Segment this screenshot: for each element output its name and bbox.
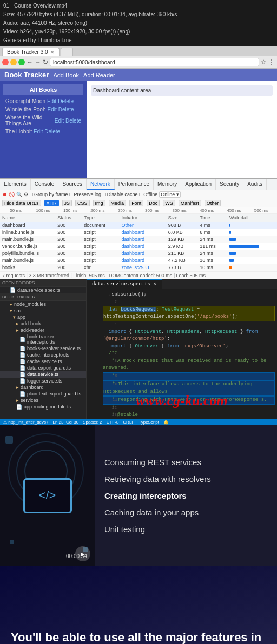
course-section: </> 00:00:54 ▶ Consuming REST services R…	[0, 425, 277, 566]
group-by-frame[interactable]: □ Group by frame	[30, 192, 68, 197]
filter-icon[interactable]: ⚙	[24, 192, 28, 197]
dt-tab-security[interactable]: Security	[216, 179, 243, 190]
book-edit[interactable]: Edit	[47, 106, 56, 112]
topic-consuming-rest[interactable]: Consuming REST services	[104, 458, 267, 467]
table-row[interactable]: main.bundle.js 200 script dashboard 47.2…	[0, 257, 277, 264]
throttle-select[interactable]: Online ▾	[159, 191, 181, 198]
vs-file-plain-text[interactable]: 📄 plain-text-export-guard.ts	[0, 391, 86, 397]
vs-folder-add-reader[interactable]: ▸ add-reader	[0, 327, 86, 333]
filter-js[interactable]: JS	[62, 200, 72, 206]
filter-media[interactable]: Media	[109, 200, 127, 206]
col-type[interactable]: Type	[82, 214, 119, 222]
search-icon[interactable]: 🔍	[16, 192, 22, 197]
filter-hide-data[interactable]: Hide data URLs	[2, 200, 41, 206]
filter-img[interactable]: Img	[93, 200, 105, 206]
cell-type: document	[82, 222, 119, 229]
dt-tab-application[interactable]: Application	[181, 179, 216, 190]
browser-maximize-btn[interactable]	[18, 59, 25, 65]
table-row[interactable]: vendor.bundle.js 200 script dashboard 2.…	[0, 243, 277, 250]
vs-folder-node-modules[interactable]: ▸ node_modules	[0, 301, 86, 307]
col-status[interactable]: Status	[55, 214, 82, 222]
menu-icon[interactable]: ⋮	[268, 58, 275, 66]
browser-minimize-btn[interactable]	[10, 59, 17, 65]
course-illustration: </>	[0, 425, 95, 566]
col-time[interactable]: Time	[197, 214, 227, 222]
filter-other[interactable]: Other	[205, 200, 221, 206]
browser-close-btn[interactable]	[2, 59, 9, 65]
topic-creating-interceptors[interactable]: Creating interceptors	[104, 491, 267, 500]
col-name[interactable]: Name	[0, 214, 55, 222]
table-row[interactable]: books 200 xhr zone.js:2933 773 B 10 ms	[0, 264, 277, 271]
vs-file-interceptor[interactable]: 📄 book-tracker-interceptor.ts	[0, 333, 86, 345]
add-book-button[interactable]: Add Book	[53, 72, 79, 78]
reload-icon[interactable]: ↻	[43, 58, 48, 66]
book-delete[interactable]: Delete	[44, 129, 60, 135]
col-initiator[interactable]: Initiator	[120, 214, 166, 222]
vs-file-logger[interactable]: 📄 logger.service.ts	[0, 378, 86, 384]
deco-square-1	[5, 436, 13, 444]
dt-tab-console[interactable]: Console	[31, 179, 59, 190]
forward-icon[interactable]: →	[35, 58, 41, 66]
address-bar[interactable]	[50, 58, 259, 66]
book-edit[interactable]: Edit	[55, 118, 64, 124]
browser-tab-new[interactable]: +	[61, 48, 74, 56]
filter-manifest[interactable]: Manifest	[179, 200, 201, 206]
disable-cache[interactable]: □ Disable cache	[103, 192, 137, 197]
vs-file-data-service[interactable]: 📄 data.service.ts	[0, 371, 86, 378]
browser-tab-active[interactable]: Book Tracker 3.0 ✕	[2, 48, 60, 56]
book-edit[interactable]: Edit	[34, 129, 43, 135]
vs-folder-app[interactable]: ▾ app	[0, 314, 86, 320]
vs-folder-add-book[interactable]: ▸ add-book	[0, 320, 86, 327]
table-row[interactable]: polyfills.bundle.js 200 script dashboard…	[0, 250, 277, 257]
add-reader-button[interactable]: Add Reader	[83, 72, 115, 78]
folder-label: dashboard	[21, 385, 44, 390]
dt-tab-memory[interactable]: Memory	[154, 179, 181, 190]
book-delete[interactable]: Delete	[65, 118, 81, 124]
topic-unit-testing[interactable]: Unit testing	[104, 525, 267, 534]
status-errors: ⚠ http_init_after_devs7	[3, 420, 49, 425]
book-delete[interactable]: Delete	[58, 98, 74, 104]
offline-toggle[interactable]: □ Offline	[139, 192, 157, 197]
vs-open-file[interactable]: 📄 data.service.spec.ts	[0, 287, 86, 293]
vs-file-resolver[interactable]: 📄 books-resolver.service.ts	[0, 345, 86, 352]
vs-folder-dashboard[interactable]: ▸ dashboard	[0, 384, 86, 391]
preserve-log[interactable]: □ Preserve log	[69, 192, 101, 197]
tab-close-icon[interactable]: ✕	[50, 50, 55, 55]
dt-tab-sources[interactable]: Sources	[58, 179, 87, 190]
clear-icon[interactable]: 🚫	[9, 192, 15, 197]
col-size[interactable]: Size	[166, 214, 197, 222]
topic-retrieving-data[interactable]: Retrieving data with resolvers	[104, 474, 267, 484]
play-button[interactable]: ▶	[75, 546, 90, 561]
book-edit[interactable]: Edit	[47, 98, 56, 104]
file-label: app-routing.module.ts	[24, 404, 71, 410]
table-row[interactable]: dashboard 200 document Other 908 B 4 ms	[0, 222, 277, 229]
filter-doc[interactable]: Doc	[147, 200, 160, 206]
filter-ws[interactable]: WS	[163, 200, 175, 206]
course-illustration-panel: </> 00:00:54 ▶	[0, 425, 95, 566]
vs-file-cache-interceptor[interactable]: 📄 cache.interceptor.ts	[0, 352, 86, 358]
table-row[interactable]: main.bundle.js 200 script dashboard 129 …	[0, 236, 277, 243]
table-row[interactable]: inline.bundle.js 200 script dashboard 6.…	[0, 229, 277, 236]
back-icon[interactable]: ←	[27, 58, 33, 66]
col-waterfall[interactable]: Waterfall	[227, 214, 277, 222]
file-icon: 📄	[19, 391, 25, 397]
dt-tab-audits[interactable]: Audits	[243, 179, 267, 190]
dt-tab-network[interactable]: Network	[87, 179, 115, 190]
vs-folder-services[interactable]: ▸ services	[0, 397, 86, 404]
dt-tab-elements[interactable]: Elements	[0, 179, 31, 190]
dt-tab-performance[interactable]: Performance	[115, 179, 154, 190]
cell-size: 908 B	[166, 222, 197, 229]
record-icon[interactable]: ⏺	[2, 192, 7, 197]
vs-file-cache-service[interactable]: 📄 cache.service.ts	[0, 358, 86, 365]
bookmark-icon[interactable]: ☆	[261, 58, 267, 66]
folder-icon: ▾	[10, 308, 12, 313]
editor-tab-spec[interactable]: data.service.spec.ts ×	[87, 279, 162, 289]
vs-folder-src[interactable]: ▾ src	[0, 307, 86, 314]
vs-file-routing[interactable]: 📄 app-routing.module.ts	[0, 404, 86, 410]
book-delete[interactable]: Delete	[58, 106, 74, 112]
filter-css[interactable]: CSS	[75, 200, 90, 206]
filter-font[interactable]: Font	[129, 200, 143, 206]
topic-caching-data[interactable]: Caching data in your apps	[104, 508, 267, 517]
filter-xhr[interactable]: XHR	[44, 200, 59, 206]
vs-file-data-export[interactable]: 📄 data-export-guard.ts	[0, 365, 86, 371]
